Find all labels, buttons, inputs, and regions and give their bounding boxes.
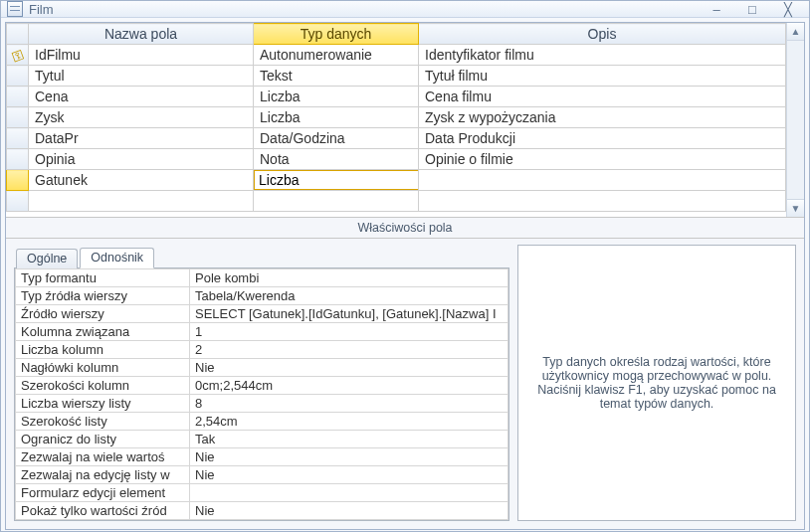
field-row[interactable]: CenaLiczbaCena filmu: [7, 87, 786, 107]
field-row[interactable]: DataPrData/GodzinaData Produkcji: [7, 128, 786, 149]
field-grid-area: Nazwa pola Typ danych Opis ⚿IdFilmuAuton…: [6, 23, 804, 218]
titlebar: Film – □ ╳: [1, 1, 809, 18]
row-selector[interactable]: ⚿: [7, 45, 29, 66]
property-row[interactable]: Zezwalaj na wiele wartośNie: [16, 448, 508, 466]
field-type-cell[interactable]: Liczba: [254, 87, 419, 107]
field-row[interactable]: OpiniaNotaOpinie o filmie: [7, 149, 786, 170]
property-label: Kolumna związana: [16, 323, 190, 341]
row-selector[interactable]: [7, 87, 29, 107]
field-type-cell[interactable]: [254, 191, 419, 212]
field-name-cell[interactable]: [29, 191, 254, 212]
field-row[interactable]: TytulTekstTytuł filmu: [7, 66, 786, 87]
property-value[interactable]: 0cm;2,544cm: [190, 377, 508, 395]
field-desc-cell[interactable]: [419, 191, 786, 212]
col-header-type[interactable]: Typ danych: [254, 24, 419, 45]
close-button[interactable]: ╳: [773, 1, 803, 17]
property-row[interactable]: Szerokości kolumn0cm;2,544cm: [16, 377, 508, 395]
field-name-cell[interactable]: Cena: [29, 87, 254, 107]
property-value[interactable]: Nie: [190, 502, 508, 520]
property-value[interactable]: 2,54cm: [190, 413, 508, 431]
field-name-cell[interactable]: IdFilmu: [29, 45, 254, 66]
field-name-cell[interactable]: Gatunek: [29, 170, 254, 191]
row-selector[interactable]: [7, 66, 29, 87]
property-value[interactable]: 8: [190, 395, 508, 413]
field-grid[interactable]: Nazwa pola Typ danych Opis ⚿IdFilmuAuton…: [6, 23, 786, 212]
type-combobox[interactable]: ▼: [254, 170, 418, 190]
field-desc-cell[interactable]: Tytuł filmu: [419, 66, 786, 87]
property-value[interactable]: SELECT [Gatunek].[IdGatunku], [Gatunek].…: [190, 305, 508, 323]
property-row[interactable]: Formularz edycji element: [16, 484, 508, 502]
row-selector[interactable]: [7, 149, 29, 170]
row-selector[interactable]: [7, 107, 29, 128]
help-pane: Typ danych określa rodzaj wartości, któr…: [517, 245, 796, 521]
field-name-cell[interactable]: Opinia: [29, 149, 254, 170]
property-label: Liczba wierszy listy: [16, 395, 190, 413]
property-value[interactable]: Nie: [190, 448, 508, 466]
property-row[interactable]: Liczba wierszy listy8: [16, 395, 508, 413]
field-desc-cell[interactable]: Identyfikator filmu: [419, 45, 786, 66]
field-desc-cell[interactable]: Data Produkcji: [419, 128, 786, 149]
field-name-cell[interactable]: DataPr: [29, 128, 254, 149]
field-row-empty[interactable]: [7, 191, 786, 212]
property-row[interactable]: Źródło wierszySELECT [Gatunek].[IdGatunk…: [16, 305, 508, 323]
property-value[interactable]: 2: [190, 341, 508, 359]
maximize-button[interactable]: □: [737, 1, 767, 17]
content-area: Nazwa pola Typ danych Opis ⚿IdFilmuAuton…: [5, 22, 805, 530]
minimize-button[interactable]: –: [702, 1, 731, 17]
lower-pane: Ogólne Odnośnik Typ formantuPole kombiTy…: [6, 239, 804, 529]
property-row[interactable]: Ogranicz do listyTak: [16, 431, 508, 448]
field-type-cell[interactable]: Autonumerowanie: [254, 45, 419, 66]
tab-lookup[interactable]: Odnośnik: [80, 248, 154, 268]
property-value[interactable]: Nie: [190, 466, 508, 484]
type-combobox-input[interactable]: [255, 171, 419, 189]
row-selector[interactable]: [7, 170, 29, 191]
field-desc-cell[interactable]: Opinie o filmie: [419, 149, 786, 170]
property-label: Szerokości kolumn: [16, 377, 190, 395]
property-label: Typ formantu: [16, 269, 190, 287]
scroll-up-button[interactable]: ▲: [787, 23, 804, 41]
property-row[interactable]: Typ źródła wierszyTabela/Kwerenda: [16, 287, 508, 305]
scroll-track[interactable]: [787, 41, 804, 199]
property-label: Formularz edycji element: [16, 484, 190, 502]
property-value[interactable]: Nie: [190, 359, 508, 377]
field-desc-cell[interactable]: Cena filmu: [419, 87, 786, 107]
property-row[interactable]: Typ formantuPole kombi: [16, 269, 508, 287]
field-desc-cell[interactable]: [419, 170, 786, 191]
row-selector[interactable]: [7, 128, 29, 149]
property-row[interactable]: Liczba kolumn2: [16, 341, 508, 359]
header-selector[interactable]: [7, 24, 29, 45]
field-row[interactable]: ⚿IdFilmuAutonumerowanieIdentyfikator fil…: [7, 45, 786, 66]
tab-general[interactable]: Ogólne: [16, 249, 78, 268]
property-row[interactable]: Zezwalaj na edycję listy wNie: [16, 466, 508, 484]
field-type-cell[interactable]: Nota: [254, 149, 419, 170]
property-row[interactable]: Kolumna związana1: [16, 323, 508, 341]
property-value[interactable]: 1: [190, 323, 508, 341]
col-header-desc[interactable]: Opis: [419, 24, 786, 45]
property-row[interactable]: Nagłówki kolumnNie: [16, 359, 508, 377]
field-type-cell[interactable]: ▼: [254, 170, 419, 191]
properties-block: Ogólne Odnośnik Typ formantuPole kombiTy…: [14, 245, 509, 521]
property-row[interactable]: Szerokość listy2,54cm: [16, 413, 508, 431]
scroll-down-button[interactable]: ▼: [787, 199, 804, 217]
col-header-name[interactable]: Nazwa pola: [29, 24, 254, 45]
table-icon: [7, 1, 23, 17]
field-row[interactable]: ZyskLiczbaZysk z wypożyczania: [7, 107, 786, 128]
field-type-cell[interactable]: Tekst: [254, 66, 419, 87]
window-title: Film: [29, 2, 54, 17]
field-desc-cell[interactable]: Zysk z wypożyczania: [419, 107, 786, 128]
field-type-cell[interactable]: Liczba: [254, 107, 419, 128]
property-value[interactable]: [190, 484, 508, 502]
field-name-cell[interactable]: Zysk: [29, 107, 254, 128]
property-value[interactable]: Tabela/Kwerenda: [190, 287, 508, 305]
property-value[interactable]: Pole kombi: [190, 269, 508, 287]
property-value[interactable]: Tak: [190, 431, 508, 448]
field-type-cell[interactable]: Data/Godzina: [254, 128, 419, 149]
field-name-cell[interactable]: Tytul: [29, 66, 254, 87]
row-selector[interactable]: [7, 191, 29, 212]
properties-table[interactable]: Typ formantuPole kombiTyp źródła wierszy…: [15, 268, 508, 520]
field-row[interactable]: Gatunek▼: [7, 170, 786, 191]
window-frame: Film – □ ╳ Nazwa pola: [0, 0, 810, 532]
primary-key-icon: ⚿: [9, 47, 25, 64]
property-row[interactable]: Pokaż tylko wartości źródNie: [16, 502, 508, 520]
grid-vertical-scrollbar[interactable]: ▲ ▼: [786, 23, 804, 217]
